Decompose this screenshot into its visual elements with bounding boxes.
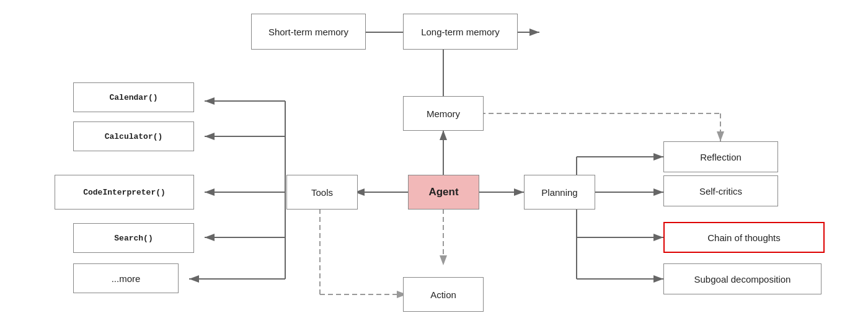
short-term-memory-box: Short-term memory — [251, 14, 366, 50]
reflection-box: Reflection — [663, 141, 778, 172]
code-interpreter-box: CodeInterpreter() — [55, 175, 194, 210]
calendar-box: Calendar() — [73, 82, 194, 112]
agent-box: Agent — [408, 175, 479, 210]
planning-box: Planning — [524, 175, 595, 210]
chain-of-thoughts-box: Chain of thoughts — [663, 222, 825, 253]
more-box: ...more — [73, 263, 179, 293]
memory-box: Memory — [403, 96, 484, 131]
tools-box: Tools — [286, 175, 358, 210]
subgoal-box: Subgoal decomposition — [663, 263, 822, 294]
action-box: Action — [403, 277, 484, 312]
search-box: Search() — [73, 223, 194, 253]
self-critics-box: Self-critics — [663, 175, 778, 206]
long-term-memory-box: Long-term memory — [403, 14, 518, 50]
calculator-box: Calculator() — [73, 121, 194, 151]
diagram: Short-term memory Long-term memory Memor… — [0, 0, 868, 331]
